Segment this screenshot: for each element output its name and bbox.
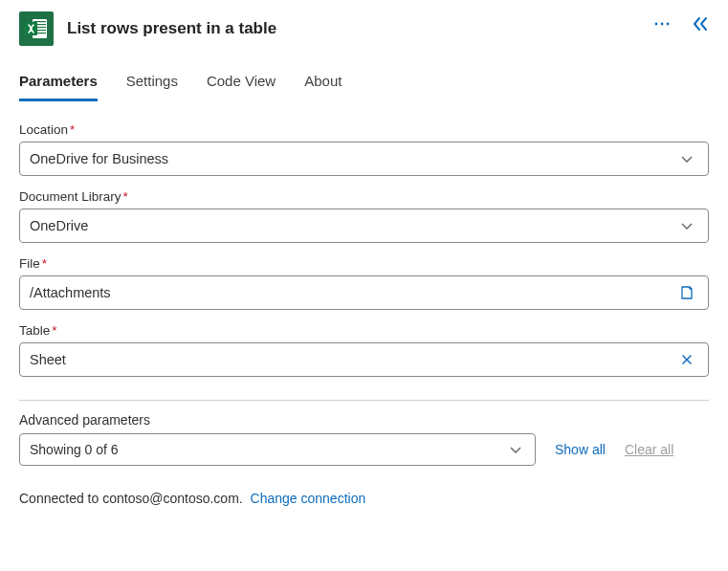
- field-file: File*: [19, 256, 709, 310]
- svg-point-8: [661, 23, 664, 26]
- advanced-row: Showing 0 of 6 Show all Clear all: [19, 433, 709, 466]
- required-asterisk: *: [52, 323, 56, 338]
- excel-icon: [19, 11, 54, 46]
- required-asterisk: *: [70, 122, 75, 137]
- change-connection-link[interactable]: Change connection: [251, 491, 366, 506]
- clear-icon[interactable]: [675, 348, 698, 371]
- card-header: List rows present in a table: [19, 11, 709, 46]
- file-label-text: File: [19, 256, 40, 271]
- svg-point-9: [667, 23, 670, 26]
- chevron-down-icon[interactable]: [675, 214, 698, 237]
- connected-prefix: Connected to: [19, 491, 102, 506]
- file-input-wrap: [19, 275, 709, 310]
- table-input[interactable]: [30, 352, 675, 367]
- field-location: Location* OneDrive for Business: [19, 122, 709, 176]
- connected-account: contoso@contoso.com.: [102, 491, 243, 506]
- library-label: Document Library*: [19, 189, 709, 204]
- advanced-summary: Showing 0 of 6: [30, 442, 119, 457]
- file-picker-icon[interactable]: [675, 281, 698, 304]
- location-select[interactable]: OneDrive for Business: [19, 142, 709, 176]
- tab-parameters[interactable]: Parameters: [19, 73, 98, 101]
- show-all-link[interactable]: Show all: [555, 442, 606, 457]
- tab-settings[interactable]: Settings: [126, 73, 178, 101]
- chevron-down-icon[interactable]: [504, 438, 527, 461]
- table-input-wrap: [19, 342, 709, 377]
- advanced-select[interactable]: Showing 0 of 6: [19, 433, 536, 466]
- required-asterisk: *: [123, 189, 128, 204]
- table-label-text: Table: [19, 323, 50, 338]
- library-select[interactable]: OneDrive: [19, 209, 709, 243]
- table-label: Table*: [19, 323, 709, 338]
- tabs: Parameters Settings Code View About: [19, 73, 709, 101]
- tab-code-view[interactable]: Code View: [207, 73, 276, 101]
- tab-about[interactable]: About: [304, 73, 342, 101]
- chevron-down-icon[interactable]: [675, 147, 698, 170]
- connection-footer: Connected to contoso@contoso.com. Change…: [19, 491, 709, 506]
- clear-all-link[interactable]: Clear all: [625, 442, 673, 457]
- separator: [19, 400, 709, 401]
- file-input[interactable]: [30, 285, 675, 300]
- svg-point-7: [655, 23, 658, 26]
- library-label-text: Document Library: [19, 189, 121, 204]
- location-label: Location*: [19, 122, 709, 137]
- required-asterisk: *: [42, 256, 47, 271]
- card-title: List rows present in a table: [67, 19, 276, 38]
- location-label-text: Location: [19, 122, 68, 137]
- more-icon[interactable]: [653, 15, 671, 34]
- advanced-label: Advanced parameters: [19, 412, 709, 428]
- location-value: OneDrive for Business: [30, 151, 675, 166]
- field-table: Table*: [19, 323, 709, 377]
- field-library: Document Library* OneDrive: [19, 189, 709, 243]
- collapse-icon[interactable]: [692, 15, 709, 34]
- library-value: OneDrive: [30, 218, 675, 233]
- file-label: File*: [19, 256, 709, 271]
